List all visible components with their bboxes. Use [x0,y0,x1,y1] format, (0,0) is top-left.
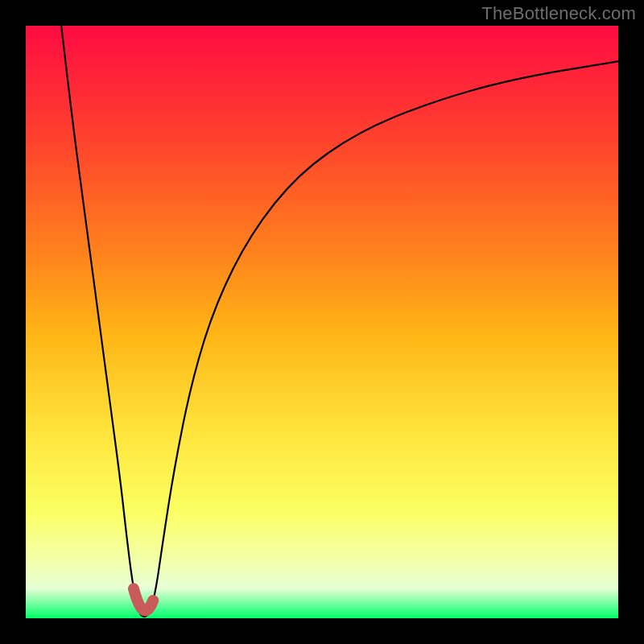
plot-area [26,26,618,618]
curve-svg [26,26,618,618]
valley-highlight [134,588,153,610]
bottleneck-curve [61,26,618,617]
watermark-text: TheBottleneck.com [481,3,636,24]
chart-frame: TheBottleneck.com [0,0,644,644]
